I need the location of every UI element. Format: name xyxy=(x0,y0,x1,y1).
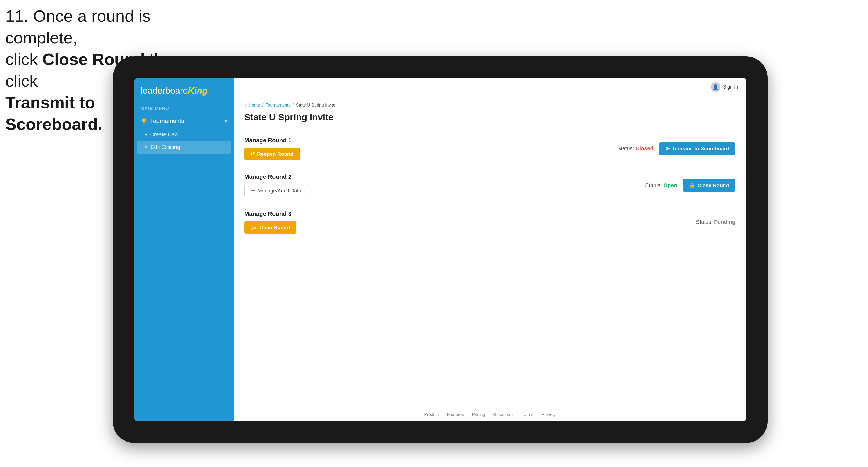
sign-in-area[interactable]: 👤 Sign In xyxy=(711,82,738,92)
round-3-status-label: Status: Pending xyxy=(696,219,736,225)
reopen-round-label: Reopen Round xyxy=(257,151,293,157)
round-1-status-label: Status: Closed xyxy=(617,146,654,152)
logo-wordmark: leaderboardKing xyxy=(141,85,227,96)
footer-link-pricing[interactable]: Pricing xyxy=(472,412,485,417)
round-2-right: Status: Open 🔒 Close Round xyxy=(645,179,736,192)
sidebar-sub-items: + Create New ✎ Edit Existing xyxy=(134,128,234,154)
close-round-label: Close Round xyxy=(698,183,729,188)
footer-link-product[interactable]: Product xyxy=(424,412,439,417)
breadcrumb-current: State U Spring Invite xyxy=(296,103,336,107)
sidebar: leaderboardKing MAIN MENU 🏆 Tournaments … xyxy=(134,78,234,422)
footer: Product Features Pricing Resources Terms… xyxy=(234,408,746,422)
footer-link-resources[interactable]: Resources xyxy=(493,412,514,417)
user-avatar-icon: 👤 xyxy=(711,82,720,92)
round-1-status-value: Closed xyxy=(636,146,654,151)
sidebar-tournaments-label: Tournaments xyxy=(150,118,184,125)
round-2-title: Manage Round 2 xyxy=(244,174,308,180)
content-area: ⌂ Home / Tournaments / State U Spring In… xyxy=(234,96,746,408)
home-icon: ⌂ xyxy=(244,103,246,107)
tablet-frame: leaderboardKing MAIN MENU 🏆 Tournaments … xyxy=(113,56,768,443)
top-bar: 👤 Sign In xyxy=(234,78,746,96)
round-3-right: Status: Pending xyxy=(696,219,736,225)
open-round-label: Open Round xyxy=(259,225,290,230)
close-round-button[interactable]: 🔒 Close Round xyxy=(683,179,736,192)
round-1-title: Manage Round 1 xyxy=(244,137,300,144)
tablet-screen: leaderboardKing MAIN MENU 🏆 Tournaments … xyxy=(134,78,746,422)
transmit-to-scoreboard-label: Transmit to Scoreboard xyxy=(672,146,729,152)
sidebar-item-tournaments[interactable]: 🏆 Tournaments ▾ xyxy=(134,114,234,128)
round-2-section: Manage Round 2 ☰ Manage/Audit Data Statu… xyxy=(244,167,736,204)
round-1-section: Manage Round 1 ↺ Reopen Round Status: Cl… xyxy=(244,130,736,167)
edit-existing-label: Edit Existing xyxy=(151,144,180,150)
manage-audit-data-button[interactable]: ☰ Manage/Audit Data xyxy=(244,184,308,197)
page-title: State U Spring Invite xyxy=(244,112,736,122)
plus-icon: + xyxy=(145,132,147,137)
breadcrumb-tournaments[interactable]: Tournaments xyxy=(266,103,291,107)
breadcrumb: ⌂ Home / Tournaments / State U Spring In… xyxy=(244,103,736,107)
transmit-icon: ➤ xyxy=(665,146,670,152)
sidebar-logo: leaderboardKing xyxy=(134,78,234,101)
footer-link-privacy[interactable]: Privacy xyxy=(541,412,555,417)
open-round-icon: 📂 xyxy=(251,224,257,230)
manage-icon: ☰ xyxy=(251,188,255,194)
manage-audit-data-label: Manage/Audit Data xyxy=(258,188,302,194)
footer-link-features[interactable]: Features xyxy=(447,412,464,417)
transmit-to-scoreboard-button[interactable]: ➤ Transmit to Scoreboard xyxy=(659,142,736,155)
footer-link-terms[interactable]: Terms xyxy=(522,412,534,417)
open-round-button[interactable]: 📂 Open Round xyxy=(244,221,296,234)
sidebar-item-create-new[interactable]: + Create New xyxy=(134,128,234,141)
round-1-left: Manage Round 1 ↺ Reopen Round xyxy=(244,137,300,160)
chevron-down-icon: ▾ xyxy=(225,118,227,124)
round-3-title: Manage Round 3 xyxy=(244,210,296,217)
trophy-icon: 🏆 xyxy=(141,118,147,124)
round-1-right: Status: Closed ➤ Transmit to Scoreboard xyxy=(617,142,736,155)
logo-king: King xyxy=(188,85,208,96)
create-new-label: Create New xyxy=(150,131,179,138)
round-3-left: Manage Round 3 📂 Open Round xyxy=(244,210,296,234)
sidebar-item-edit-existing[interactable]: ✎ Edit Existing xyxy=(137,141,231,154)
reopen-icon: ↺ xyxy=(251,151,255,157)
round-3-section: Manage Round 3 📂 Open Round Status: Pend… xyxy=(244,204,736,241)
edit-icon: ✎ xyxy=(145,145,148,150)
close-icon: 🔒 xyxy=(689,182,695,188)
sign-in-text: Sign In xyxy=(723,84,738,90)
main-content: 👤 Sign In ⌂ Home / Tournaments / State U… xyxy=(234,78,746,422)
round-2-status-value: Open xyxy=(663,182,677,188)
reopen-round-button[interactable]: ↺ Reopen Round xyxy=(244,148,300,160)
round-2-status-label: Status: Open xyxy=(645,182,677,188)
breadcrumb-home[interactable]: Home xyxy=(249,103,260,107)
round-3-status-value: Pending xyxy=(714,219,736,225)
sidebar-menu-label: MAIN MENU xyxy=(134,101,234,114)
app-container: leaderboardKing MAIN MENU 🏆 Tournaments … xyxy=(134,78,746,422)
round-2-left: Manage Round 2 ☰ Manage/Audit Data xyxy=(244,174,308,197)
